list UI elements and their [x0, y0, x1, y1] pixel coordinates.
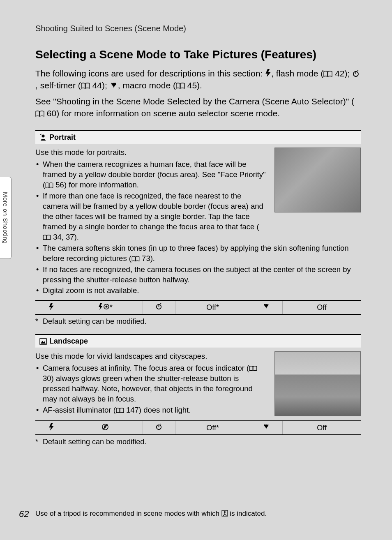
self-timer-icon — [155, 423, 162, 430]
portrait-footnote: *Default setting can be modified. — [35, 317, 361, 326]
redeye-icon — [103, 303, 110, 310]
list-item: When the camera recognizes a human face,… — [43, 159, 267, 190]
svg-point-20 — [161, 424, 161, 425]
flash-header-cell — [35, 421, 68, 435]
landscape-text: Use this mode for vivid landscapes and c… — [35, 351, 267, 416]
intro-paragraph-1: The following icons are used for descrip… — [35, 68, 361, 92]
self-timer-icon — [352, 70, 360, 77]
svg-point-22 — [224, 511, 226, 513]
flash-header-cell — [35, 300, 68, 314]
macro-icon — [263, 303, 270, 310]
macro-value-cell: Off — [283, 421, 361, 435]
svg-line-24 — [223, 514, 225, 516]
portrait-header-text: Portrait — [49, 133, 76, 142]
svg-marker-13 — [41, 341, 46, 344]
flash-icon — [265, 69, 271, 77]
svg-point-3 — [357, 70, 358, 71]
page-title: Selecting a Scene Mode to Take Pictures … — [35, 48, 361, 61]
macro-icon — [263, 423, 270, 430]
timer-header-cell — [143, 421, 175, 435]
portrait-mode-icon — [39, 134, 47, 141]
page-content: Shooting Suited to Scenes (Scene Mode) S… — [0, 0, 392, 540]
portrait-settings-table: * Off* Off — [35, 300, 361, 315]
book-icon — [323, 71, 332, 77]
list-item: If no faces are recognized, the camera f… — [43, 265, 361, 285]
landscape-mode-icon — [39, 338, 47, 345]
flash-value-cell — [68, 421, 143, 435]
list-item: Camera focuses at infinity. The focus ar… — [43, 363, 267, 404]
timer-value-cell: Off* — [175, 300, 250, 314]
svg-marker-14 — [49, 423, 54, 431]
svg-point-11 — [161, 303, 161, 304]
page-number: 62 — [19, 509, 29, 519]
list-item: The camera softens skin tones (in up to … — [43, 243, 361, 264]
intro-paragraph-2: See "Shooting in the Scene Mode Selected… — [35, 96, 361, 120]
book-icon — [249, 366, 257, 372]
landscape-footnote: *Default setting can be modified. — [35, 438, 361, 446]
landscape-body: Use this mode for vivid landscapes and c… — [35, 351, 361, 416]
book-icon — [131, 256, 140, 262]
flash-icon — [48, 423, 54, 431]
list-item: If more than one face is recognized, the… — [43, 191, 267, 242]
flash-value-cell: * — [68, 300, 143, 314]
portrait-body: Use this mode for portraits. When the ca… — [35, 148, 361, 243]
book-icon — [45, 182, 53, 188]
book-icon — [43, 235, 51, 240]
book-icon — [81, 83, 90, 89]
book-icon — [176, 83, 185, 89]
book-icon — [35, 111, 44, 117]
landscape-header-text: Landscape — [49, 337, 88, 346]
list-item: Digital zoom is not available. — [43, 286, 361, 296]
landscape-sample-image — [274, 351, 361, 416]
svg-marker-5 — [49, 303, 54, 310]
page-footer: Use of a tripod is recommended in scene … — [35, 510, 361, 518]
macro-header-cell — [250, 421, 283, 435]
svg-line-25 — [225, 514, 226, 516]
svg-marker-0 — [265, 69, 271, 77]
tripod-icon — [221, 510, 228, 517]
macro-icon — [110, 82, 118, 89]
svg-marker-6 — [99, 303, 103, 310]
breadcrumb: Shooting Suited to Scenes (Scene Mode) — [35, 24, 361, 33]
flash-icon — [98, 303, 103, 310]
svg-point-4 — [42, 135, 45, 138]
self-timer-icon — [155, 303, 162, 310]
timer-header-cell — [143, 300, 175, 314]
landscape-settings-table: Off* Off — [35, 420, 361, 435]
book-icon — [116, 408, 124, 413]
list-item: AF-assist illuminator ( 147) does not li… — [43, 405, 267, 415]
svg-point-8 — [105, 305, 107, 307]
portrait-text-full: The camera softens skin tones (in up to … — [35, 243, 361, 296]
timer-value-cell: Off* — [175, 421, 250, 435]
flash-off-icon — [101, 423, 109, 431]
portrait-sample-image — [274, 148, 361, 212]
flash-icon — [48, 303, 54, 310]
portrait-header: Portrait — [35, 130, 361, 144]
macro-header-cell — [250, 300, 283, 314]
portrait-text: Use this mode for portraits. When the ca… — [35, 148, 267, 243]
landscape-header: Landscape — [35, 334, 361, 348]
macro-value-cell: Off — [283, 300, 361, 314]
